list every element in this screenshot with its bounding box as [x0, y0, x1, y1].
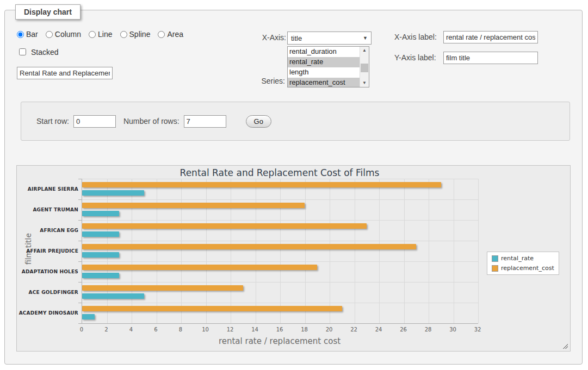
x-tick-label: 8	[172, 327, 189, 333]
scrollbar-up-icon[interactable]: ▲	[360, 47, 369, 54]
series-option-rental_rate[interactable]: rental_rate	[288, 57, 360, 67]
bar-replacement_cost[interactable]	[82, 203, 305, 208]
series-label: Series:	[250, 77, 285, 85]
gridline	[256, 179, 256, 323]
bar-rental_rate[interactable]	[82, 314, 95, 319]
bar-rental_rate[interactable]	[82, 273, 119, 278]
bar-rental_rate[interactable]	[82, 211, 119, 216]
chart-title: Rental Rate and Replacement Cost of Film…	[82, 167, 478, 178]
radio-label: Bar	[26, 30, 38, 39]
chart-type-radio-area[interactable]	[158, 31, 165, 38]
gridline	[107, 179, 108, 323]
legend-swatch	[492, 255, 498, 262]
chart-type-radio-group: BarColumnLineSplineArea	[17, 30, 183, 39]
chart-type-area[interactable]: Area	[158, 30, 183, 39]
x-tick-label: 30	[445, 327, 461, 333]
x-tick-label: 32	[469, 327, 486, 333]
gridline	[157, 179, 157, 323]
category-label: AFRICAN EGG	[17, 220, 78, 241]
gridline	[454, 179, 454, 323]
chart-type-radio-spline[interactable]	[120, 31, 127, 38]
resize-grip[interactable]	[562, 343, 568, 349]
y-axis-label-input[interactable]	[443, 52, 538, 64]
scrollbar-thumb[interactable]	[361, 64, 368, 73]
gridline	[231, 179, 231, 323]
scrollbar-down-icon[interactable]: ▼	[360, 79, 369, 87]
stacked-checkbox[interactable]	[19, 48, 26, 55]
x-tick-label: 18	[296, 327, 313, 333]
gridline	[280, 179, 281, 323]
x-axis-label-input[interactable]	[443, 31, 538, 43]
y-axis-tick	[78, 323, 82, 324]
fieldset-legend: Display chart	[15, 4, 81, 20]
scrollbar-track[interactable]	[360, 54, 369, 79]
x-tick-label: 28	[420, 327, 436, 333]
bar-replacement_cost[interactable]	[82, 306, 342, 311]
bar-rental_rate[interactable]	[82, 252, 119, 258]
gridline	[330, 179, 330, 323]
num-rows-label: Number of rows:	[123, 117, 180, 126]
page: Display chart BarColumnLineSplineArea St…	[0, 0, 588, 370]
y-axis-tick	[78, 199, 82, 200]
category-gridline	[82, 303, 478, 303]
stacked-option[interactable]: Stacked	[17, 47, 59, 57]
series-scrollbar[interactable]: ▲ ▼	[360, 47, 369, 87]
stacked-label: Stacked	[31, 48, 59, 57]
series-option-rental_duration[interactable]: rental_duration	[288, 47, 360, 57]
x-tick-label: 0	[73, 327, 90, 333]
series-option-length[interactable]: length	[288, 67, 360, 78]
gridline	[132, 179, 132, 323]
x-tick-label: 2	[98, 327, 115, 333]
bar-replacement_cost[interactable]	[82, 265, 317, 270]
start-row-label: Start row:	[36, 117, 69, 126]
bar-replacement_cost[interactable]	[82, 223, 367, 229]
chart-type-radio-column[interactable]	[46, 31, 53, 38]
x-axis-label-label: X-Axis label:	[394, 33, 437, 41]
y-axis-tick	[78, 220, 82, 221]
x-tick-label: 6	[148, 327, 164, 333]
chart-type-column[interactable]: Column	[46, 30, 81, 39]
x-axis-label: X-Axis:	[262, 33, 286, 42]
legend-label: replacement_cost	[501, 265, 554, 272]
bar-replacement_cost[interactable]	[82, 285, 243, 291]
start-row-input[interactable]	[73, 115, 116, 128]
chart-type-spline[interactable]: Spline	[120, 30, 151, 39]
bar-rental_rate[interactable]	[82, 293, 144, 299]
x-tick-label: 16	[271, 327, 288, 333]
gridline	[305, 179, 306, 323]
chart-type-radio-bar[interactable]	[17, 31, 24, 38]
x-tick-label: 4	[123, 327, 139, 333]
bar-rental_rate[interactable]	[82, 190, 144, 196]
chart-title-input[interactable]	[17, 67, 113, 79]
x-tick-label: 14	[247, 327, 263, 333]
gridline	[404, 179, 405, 323]
radio-label: Line	[98, 30, 112, 39]
series-multiselect[interactable]: rental_durationrental_ratelengthreplacem…	[287, 46, 369, 87]
bar-rental_rate[interactable]	[82, 231, 119, 237]
legend-label: rental_rate	[501, 255, 534, 262]
gridline	[181, 179, 182, 323]
legend-item-rental_rate[interactable]: rental_rate	[492, 255, 554, 262]
bar-replacement_cost[interactable]	[82, 244, 416, 249]
category-label: AFFAIR PREJUDICE	[17, 241, 78, 261]
x-tick-label: 22	[346, 327, 362, 333]
num-rows-input[interactable]	[184, 115, 226, 128]
category-label: ACE GOLDFINGER	[17, 282, 78, 303]
x-axis-select[interactable]: title ▼	[287, 32, 372, 45]
go-button[interactable]: Go	[246, 115, 271, 128]
category-label: ACADEMY DINOSAUR	[17, 303, 78, 323]
category-gridline	[82, 282, 478, 283]
row-controls-box: Start row: Number of rows: Go	[21, 102, 570, 141]
chart-type-radio-line[interactable]	[89, 31, 96, 38]
series-option-replacement_cost[interactable]: replacement_cost	[288, 78, 360, 87]
chart-type-line[interactable]: Line	[89, 30, 112, 39]
chart-type-bar[interactable]: Bar	[17, 30, 38, 39]
x-axis-select-value: title	[291, 34, 302, 42]
category-gridline	[82, 241, 478, 241]
category-label: AGENT TRUMAN	[17, 199, 78, 220]
legend-item-replacement_cost[interactable]: replacement_cost	[492, 265, 554, 272]
series-options: rental_durationrental_ratelengthreplacem…	[288, 47, 360, 87]
chevron-down-icon: ▼	[363, 35, 368, 41]
display-chart-fieldset: BarColumnLineSplineArea Stacked X-Axis: …	[4, 10, 583, 365]
bar-replacement_cost[interactable]	[82, 182, 441, 187]
